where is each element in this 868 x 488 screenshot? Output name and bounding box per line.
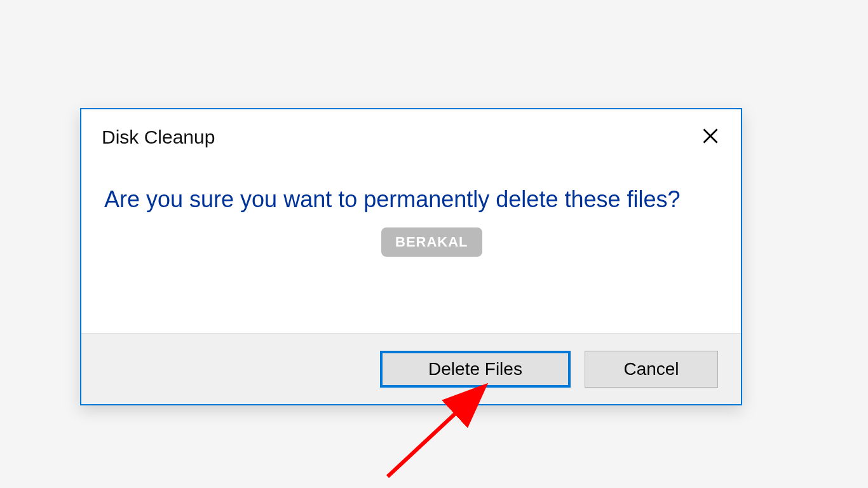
close-icon: [702, 127, 719, 145]
titlebar: Disk Cleanup: [81, 109, 741, 154]
watermark-badge: BERAKAL: [381, 227, 482, 257]
dialog-title: Disk Cleanup: [102, 126, 215, 148]
dialog-body: Are you sure you want to permanently del…: [81, 154, 741, 215]
cancel-button[interactable]: Cancel: [585, 351, 718, 388]
delete-files-button[interactable]: Delete Files: [380, 351, 571, 388]
dialog-message: Are you sure you want to permanently del…: [104, 184, 718, 215]
confirmation-dialog: Disk Cleanup Are you sure you want to pe…: [80, 108, 742, 405]
close-button[interactable]: [698, 123, 723, 149]
dialog-footer: Delete Files Cancel: [81, 333, 741, 404]
